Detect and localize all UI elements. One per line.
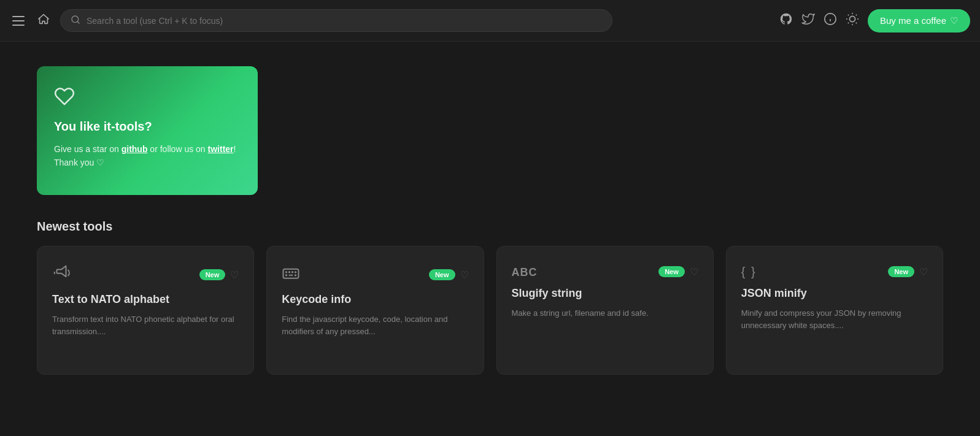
tool-badge-wrap: New ♡ [888,266,928,278]
section-title-newest: Newest tools [37,220,943,234]
json-icon: { } [741,264,757,280]
header-right: Buy me a coffee ♡ [779,9,970,33]
tools-grid: New ♡ Text to NATO alphabet Transform te… [37,246,943,375]
tool-badge-wrap: New ♡ [429,269,469,281]
svg-point-23 [289,272,290,272]
svg-point-26 [286,275,287,275]
home-button[interactable] [34,10,53,31]
svg-line-12 [848,23,849,23]
search-bar[interactable] [60,9,612,32]
tool-name: Keycode info [282,293,468,306]
new-badge: New [199,269,226,280]
svg-line-1 [77,21,79,23]
svg-line-8 [848,15,849,15]
svg-line-13 [856,15,857,15]
new-badge: New [429,269,455,280]
tool-desc: Transform text into NATO phonetic alphab… [52,313,239,338]
svg-point-27 [295,275,296,275]
search-input[interactable] [87,16,602,26]
promo-card: You like it-tools? Give us a star on git… [37,66,258,195]
abc-icon: ABC [512,264,538,280]
github-link[interactable]: github [122,144,148,154]
tool-card-header: New ♡ [282,264,468,286]
tool-card-slugify[interactable]: ABC New ♡ Slugify string Make a string u… [496,246,714,375]
svg-point-22 [286,272,287,272]
promo-title: You like it-tools? [54,120,241,134]
header-left [10,10,53,31]
buy-coffee-label: Buy me a coffee [880,15,946,26]
favorite-icon[interactable]: ♡ [690,266,698,278]
buy-coffee-button[interactable]: Buy me a coffee ♡ [868,9,970,33]
tool-card-json-minify[interactable]: { } New ♡ JSON minify Minify and compres… [726,246,943,375]
promo-heart-icon [54,86,241,111]
app-header: Buy me a coffee ♡ [0,0,980,42]
tool-desc: Find the javascript keycode, code, locat… [282,313,468,338]
tool-card-header: ABC New ♡ [512,264,698,280]
hamburger-menu-button[interactable] [10,13,27,28]
tool-name: Text to NATO alphabet [52,293,239,306]
twitter-icon[interactable] [801,12,815,29]
tool-desc: Make a string url, filename and id safe. [512,307,698,319]
tool-badge-wrap: New ♡ [199,269,239,281]
new-badge: New [888,266,914,277]
main-content: You like it-tools? Give us a star on git… [0,42,980,399]
svg-point-5 [849,16,855,21]
svg-point-24 [292,272,293,272]
favorite-icon[interactable]: ♡ [460,269,469,281]
promo-desc-before: Give us a star on [54,144,122,154]
tool-name: JSON minify [741,287,928,300]
buy-coffee-heart-icon: ♡ [950,15,958,26]
favorite-icon[interactable]: ♡ [230,269,239,281]
tool-desc: Minify and compress your JSON by removin… [741,307,928,332]
promo-desc: Give us a star on github or follow us on… [54,142,241,170]
github-icon[interactable] [779,12,793,29]
tool-card-header: New ♡ [52,264,239,286]
promo-desc-middle: or follow us on [147,144,207,154]
theme-toggle-icon[interactable] [846,12,859,29]
search-icon [71,15,80,26]
info-icon[interactable] [824,12,837,29]
tool-card-header: { } New ♡ [741,264,928,280]
twitter-link[interactable]: twitter [208,144,234,154]
svg-rect-14 [284,269,299,278]
keyboard-icon [282,264,300,286]
new-badge: New [658,266,685,277]
tool-card-keycode[interactable]: New ♡ Keycode info Find the javascript k… [266,246,484,375]
svg-point-25 [295,272,296,272]
tool-card-nato[interactable]: New ♡ Text to NATO alphabet Transform te… [37,246,254,375]
svg-line-9 [856,23,857,23]
tool-badge-wrap: New ♡ [658,266,698,278]
megaphone-icon [52,264,71,286]
favorite-icon[interactable]: ♡ [919,266,928,278]
tool-name: Slugify string [512,287,698,300]
